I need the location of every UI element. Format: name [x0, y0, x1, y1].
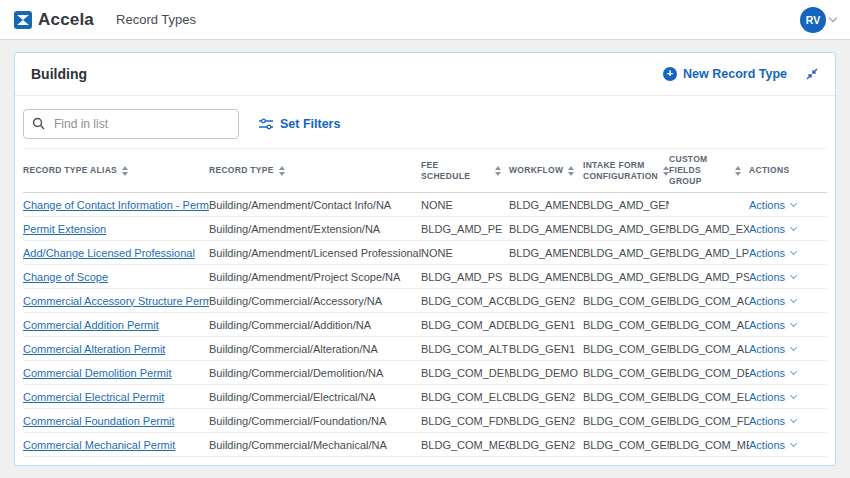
table-row: Commercial Accessory Structure PermitBui…: [23, 289, 827, 313]
actions-menu-button[interactable]: Actions: [749, 271, 796, 283]
cell-custom-fields: BLDG_COM_NEW: [669, 457, 749, 466]
table-header-row: RECORD TYPE ALIASRECORD TYPEFEE SCHEDULE…: [23, 149, 827, 193]
cell-custom-fields: [669, 193, 749, 217]
actions-menu-button[interactable]: Actions: [749, 247, 796, 259]
actions-label: Actions: [749, 439, 785, 451]
record-type-alias-link[interactable]: Commercial Accessory Structure Permit: [23, 295, 209, 307]
cell-intake-form: BLDG_COM_GEN: [583, 361, 669, 385]
cell-intake-form: BLDG_AMD_GENERAL: [583, 217, 669, 241]
set-filters-label: Set Filters: [280, 117, 340, 131]
cell-custom-fields: BLDG_AMD_EXT: [669, 217, 749, 241]
cell-alias: Commercial Alteration Permit: [23, 337, 209, 361]
actions-menu-button[interactable]: Actions: [749, 223, 796, 235]
cell-record-type: Building/Commercial/Demolition/NA: [209, 361, 421, 385]
cell-workflow: BLDG_GEN2: [509, 433, 583, 457]
actions-menu-button[interactable]: Actions: [749, 367, 796, 379]
actions-menu-button[interactable]: Actions: [749, 295, 796, 307]
sort-icon[interactable]: [568, 166, 574, 176]
actions-label: Actions: [749, 319, 785, 331]
column-header-intake[interactable]: INTAKE FORM CONFIGURATION: [583, 149, 669, 193]
cell-alias: Commercial Addition Permit: [23, 313, 209, 337]
column-header-fee[interactable]: FEE SCHEDULE: [421, 149, 509, 193]
cell-actions: Actions: [749, 385, 827, 409]
sort-icon[interactable]: [279, 166, 285, 176]
record-type-alias-link[interactable]: Commercial Addition Permit: [23, 319, 159, 331]
actions-label: Actions: [749, 415, 785, 427]
chevron-down-icon[interactable]: [829, 14, 837, 22]
table-row: Change of Contact Information - PermitBu…: [23, 193, 827, 217]
building-card: Building + New Record Type: [14, 52, 836, 466]
cell-workflow: BLDG_DEMO: [509, 361, 583, 385]
cell-custom-fields: BLDG_COM_FDN: [669, 409, 749, 433]
record-type-alias-link[interactable]: Commercial Demolition Permit: [23, 367, 172, 379]
cell-alias: Commercial Mechanical Permit: [23, 433, 209, 457]
column-header-actions: ACTIONS: [749, 149, 827, 193]
cell-intake-form: BLDG_COM_GEN: [583, 457, 669, 466]
chevron-down-icon: [790, 344, 797, 351]
record-type-alias-link[interactable]: Change of Scope: [23, 271, 108, 283]
search-input[interactable]: [23, 109, 239, 139]
cell-record-type: Building/Commercial/New/NA: [209, 457, 421, 466]
actions-menu-button[interactable]: Actions: [749, 463, 796, 466]
cell-record-type: Building/Commercial/Mechanical/NA: [209, 433, 421, 457]
record-type-alias-link[interactable]: Change of Contact Information - Permit: [23, 199, 209, 211]
cell-workflow: BLDG_GEN1: [509, 457, 583, 466]
cell-workflow: BLDG_GEN1: [509, 337, 583, 361]
sort-icon[interactable]: [122, 166, 128, 176]
chevron-down-icon: [790, 272, 797, 279]
actions-label: Actions: [749, 271, 785, 283]
avatar[interactable]: RV: [800, 7, 826, 33]
column-label: ACTIONS: [749, 165, 789, 176]
cell-record-type: Building/Amendment/Project Scope/NA: [209, 265, 421, 289]
actions-menu-button[interactable]: Actions: [749, 391, 796, 403]
table-row: Commercial Electrical PermitBuilding/Com…: [23, 385, 827, 409]
record-type-alias-link[interactable]: Commercial Foundation Permit: [23, 415, 175, 427]
record-type-alias-link[interactable]: Commercial New Construction Permit: [23, 463, 206, 466]
actions-menu-button[interactable]: Actions: [749, 199, 796, 211]
actions-label: Actions: [749, 463, 785, 466]
set-filters-button[interactable]: Set Filters: [259, 117, 340, 131]
chevron-down-icon: [790, 440, 797, 447]
cell-record-type: Building/Commercial/Accessory/NA: [209, 289, 421, 313]
actions-menu-button[interactable]: Actions: [749, 439, 796, 451]
actions-menu-button[interactable]: Actions: [749, 319, 796, 331]
record-type-alias-link[interactable]: Commercial Alteration Permit: [23, 343, 165, 355]
actions-label: Actions: [749, 295, 785, 307]
column-label: FEE SCHEDULE: [421, 160, 490, 182]
cell-intake-form: BLDG_AMD_GENERAL: [583, 265, 669, 289]
chevron-down-icon: [790, 248, 797, 255]
cell-actions: Actions: [749, 313, 827, 337]
cell-workflow: BLDG_AMEND: [509, 193, 583, 217]
cell-record-type: Building/Commercial/Foundation/NA: [209, 409, 421, 433]
record-type-alias-link[interactable]: Add/Change Licensed Professional: [23, 247, 195, 259]
column-header-cfg[interactable]: CUSTOM FIELDS GROUP: [669, 149, 749, 193]
sort-icon[interactable]: [495, 166, 501, 176]
record-type-alias-link[interactable]: Permit Extension: [23, 223, 106, 235]
new-record-type-button[interactable]: + New Record Type: [663, 67, 787, 81]
chevron-down-icon: [790, 464, 797, 466]
cell-custom-fields: BLDG_COM_ADD: [669, 313, 749, 337]
accela-logo[interactable]: Accela: [14, 10, 94, 30]
filter-sliders-icon: [259, 118, 274, 131]
actions-menu-button[interactable]: Actions: [749, 343, 796, 355]
cell-custom-fields: BLDG_COM_MEC: [669, 433, 749, 457]
table-row: Commercial Addition PermitBuilding/Comme…: [23, 313, 827, 337]
cell-workflow: BLDG_AMEND: [509, 241, 583, 265]
collapse-icon[interactable]: [805, 67, 819, 81]
record-type-alias-link[interactable]: Commercial Electrical Permit: [23, 391, 164, 403]
cell-custom-fields: BLDG_COM_ALT: [669, 337, 749, 361]
cell-actions: Actions: [749, 193, 827, 217]
column-header-alias[interactable]: RECORD TYPE ALIAS: [23, 149, 209, 193]
actions-menu-button[interactable]: Actions: [749, 415, 796, 427]
column-header-wf[interactable]: WORKFLOW: [509, 149, 583, 193]
actions-label: Actions: [749, 223, 785, 235]
cell-fee-schedule: NONE: [421, 241, 509, 265]
cell-workflow: BLDG_GEN1: [509, 313, 583, 337]
column-header-type[interactable]: RECORD TYPE: [209, 149, 421, 193]
actions-label: Actions: [749, 199, 785, 211]
record-type-alias-link[interactable]: Commercial Mechanical Permit: [23, 439, 175, 451]
cell-alias: Commercial Accessory Structure Permit: [23, 289, 209, 313]
sort-icon[interactable]: [735, 166, 741, 176]
cell-fee-schedule: BLDG_COM_ACC: [421, 289, 509, 313]
cell-record-type: Building/Amendment/Licensed Professional…: [209, 241, 421, 265]
